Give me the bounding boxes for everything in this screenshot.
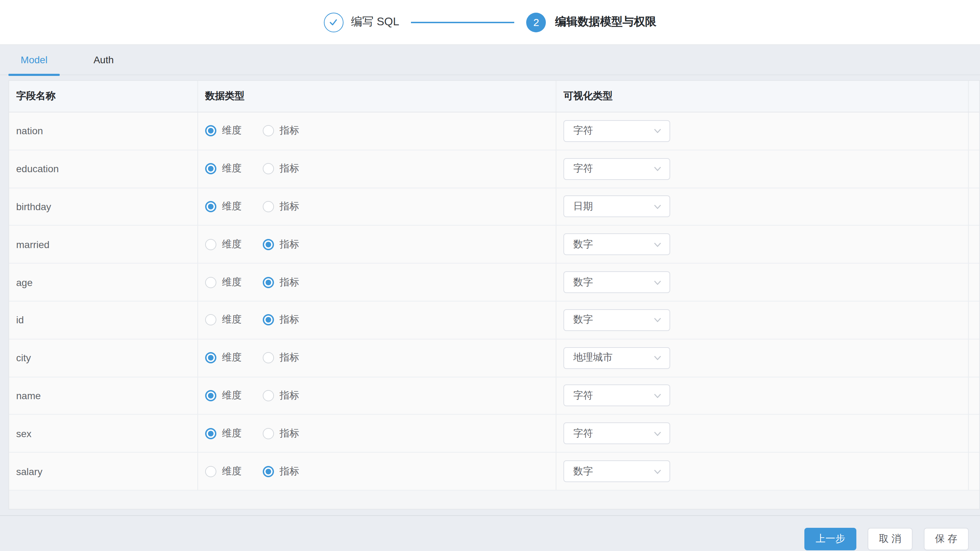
dimension-radio[interactable]: 维度 — [205, 314, 242, 326]
data-type-cell: 维度 指标 — [198, 452, 557, 490]
dimension-radio[interactable]: 维度 — [205, 465, 242, 478]
metric-radio-label: 指标 — [280, 351, 299, 364]
steps-header: 编写 SQL 2 编辑数据模型与权限 — [0, 0, 980, 45]
chevron-down-icon — [652, 315, 662, 325]
visual-type-cell: 数字 — [557, 264, 969, 301]
visual-type-select[interactable]: 日期 — [563, 196, 670, 218]
visual-type-cell: 字符 — [557, 415, 969, 452]
dimension-radio[interactable]: 维度 — [205, 389, 242, 402]
metric-radio[interactable]: 指标 — [263, 200, 299, 213]
field-name: salary — [9, 452, 198, 490]
data-type-cell: 维度 指标 — [198, 150, 557, 188]
scrollbar-gutter — [969, 226, 979, 263]
scrollbar-gutter — [969, 415, 979, 452]
radio-circle-icon — [205, 239, 216, 250]
table-row: salary 维度 指标 数字 — [9, 452, 979, 490]
column-header-field-name: 字段名称 — [9, 81, 198, 112]
metric-radio-label: 指标 — [280, 162, 299, 175]
table-empty-space — [9, 490, 979, 509]
metric-radio[interactable]: 指标 — [263, 427, 299, 440]
dimension-radio[interactable]: 维度 — [205, 351, 242, 364]
data-type-cell: 维度 指标 — [198, 339, 557, 377]
check-icon — [328, 17, 339, 27]
metric-radio[interactable]: 指标 — [263, 238, 299, 251]
data-type-cell: 维度 指标 — [198, 113, 557, 150]
field-name: education — [9, 150, 198, 188]
visual-type-select[interactable]: 字符 — [563, 120, 670, 142]
dimension-radio[interactable]: 维度 — [205, 238, 242, 251]
data-type-cell: 维度 指标 — [198, 264, 557, 301]
visual-type-value: 数字 — [573, 314, 593, 326]
visual-type-value: 地理城市 — [573, 351, 612, 364]
data-type-cell: 维度 指标 — [198, 301, 557, 339]
field-name: name — [9, 377, 198, 414]
table-row: nation 维度 指标 字符 — [9, 113, 979, 150]
table-row: id 维度 指标 数字 — [9, 301, 979, 339]
scrollbar-gutter — [969, 452, 979, 490]
chevron-down-icon — [652, 164, 662, 174]
field-name: city — [9, 339, 198, 377]
metric-radio[interactable]: 指标 — [263, 465, 299, 478]
radio-circle-icon — [205, 201, 216, 212]
visual-type-select[interactable]: 数字 — [563, 271, 670, 293]
visual-type-select[interactable]: 数字 — [563, 234, 670, 255]
cancel-button[interactable]: 取 消 — [868, 528, 913, 550]
chevron-down-icon — [652, 277, 662, 287]
radio-circle-icon — [263, 126, 274, 137]
visual-type-select[interactable]: 地理城市 — [563, 347, 670, 369]
step-2-number-circle: 2 — [526, 12, 546, 32]
scrollbar-gutter — [969, 264, 979, 301]
metric-radio-label: 指标 — [280, 238, 299, 251]
metric-radio[interactable]: 指标 — [263, 276, 299, 288]
radio-circle-icon — [263, 428, 274, 439]
scrollbar-gutter — [969, 81, 979, 112]
metric-radio[interactable]: 指标 — [263, 162, 299, 175]
visual-type-select[interactable]: 字符 — [563, 423, 670, 444]
table-body: nation 维度 指标 字符 education — [9, 113, 979, 490]
tabs-bar: Model Auth — [0, 45, 980, 75]
dimension-radio[interactable]: 维度 — [205, 276, 242, 288]
visual-type-value: 字符 — [573, 427, 593, 440]
metric-radio-label: 指标 — [280, 389, 299, 402]
column-header-visual-type: 可视化类型 — [557, 81, 969, 112]
chevron-down-icon — [652, 429, 662, 438]
step-2-active: 2 编辑数据模型与权限 — [526, 12, 656, 32]
metric-radio[interactable]: 指标 — [263, 314, 299, 326]
dimension-radio[interactable]: 维度 — [205, 200, 242, 213]
visual-type-select[interactable]: 字符 — [563, 385, 670, 406]
radio-circle-icon — [263, 466, 274, 477]
visual-type-select[interactable]: 数字 — [563, 460, 670, 482]
chevron-down-icon — [652, 353, 662, 363]
table-header-row: 字段名称 数据类型 可视化类型 — [9, 81, 979, 113]
visual-type-select[interactable]: 字符 — [563, 158, 670, 180]
dimension-radio[interactable]: 维度 — [205, 125, 242, 137]
radio-circle-icon — [205, 390, 216, 401]
visual-type-cell: 日期 — [557, 188, 969, 225]
metric-radio-label: 指标 — [280, 465, 299, 478]
visual-type-value: 数字 — [573, 465, 593, 478]
visual-type-select[interactable]: 数字 — [563, 309, 670, 331]
table-row: sex 维度 指标 字符 — [9, 415, 979, 453]
step-2-label: 编辑数据模型与权限 — [555, 15, 656, 30]
visual-type-value: 字符 — [573, 162, 593, 175]
table-row: married 维度 指标 数字 — [9, 226, 979, 264]
previous-step-button[interactable]: 上一步 — [804, 528, 856, 550]
radio-circle-icon — [205, 428, 216, 439]
table-row: birthday 维度 指标 日期 — [9, 188, 979, 226]
dimension-radio-label: 维度 — [222, 162, 242, 175]
metric-radio[interactable]: 指标 — [263, 389, 299, 402]
dimension-radio[interactable]: 维度 — [205, 162, 242, 175]
radio-circle-icon — [263, 390, 274, 401]
table-row: education 维度 指标 字符 — [9, 150, 979, 188]
metric-radio[interactable]: 指标 — [263, 125, 299, 137]
visual-type-value: 日期 — [573, 200, 593, 213]
save-button[interactable]: 保 存 — [924, 528, 969, 550]
visual-type-value: 数字 — [573, 276, 593, 288]
visual-type-cell: 字符 — [557, 113, 969, 150]
step-1-label: 编写 SQL — [351, 15, 399, 30]
tab-auth[interactable]: Auth — [78, 45, 129, 75]
tab-model[interactable]: Model — [8, 45, 60, 75]
field-name: nation — [9, 113, 198, 150]
dimension-radio[interactable]: 维度 — [205, 427, 242, 440]
metric-radio[interactable]: 指标 — [263, 351, 299, 364]
